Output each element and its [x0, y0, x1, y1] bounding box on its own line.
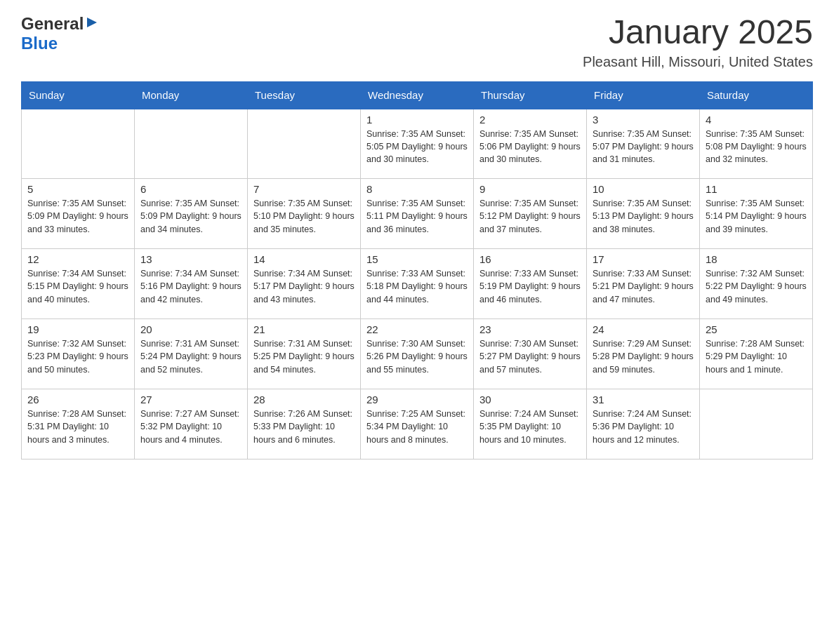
- day-number: 14: [253, 253, 355, 265]
- calendar-cell: 3Sunrise: 7:35 AM Sunset: 5:07 PM Daylig…: [587, 109, 700, 179]
- calendar-cell: 12Sunrise: 7:34 AM Sunset: 5:15 PM Dayli…: [22, 249, 135, 319]
- calendar-cell: 18Sunrise: 7:32 AM Sunset: 5:22 PM Dayli…: [700, 249, 813, 319]
- day-info: Sunrise: 7:26 AM Sunset: 5:33 PM Dayligh…: [253, 408, 355, 445]
- logo-general-text: General: [21, 14, 84, 34]
- calendar-cell: 20Sunrise: 7:31 AM Sunset: 5:24 PM Dayli…: [135, 319, 248, 389]
- day-info: Sunrise: 7:33 AM Sunset: 5:19 PM Dayligh…: [479, 267, 581, 305]
- calendar-cell: 21Sunrise: 7:31 AM Sunset: 5:25 PM Dayli…: [248, 319, 361, 389]
- calendar-cell: 1Sunrise: 7:35 AM Sunset: 5:05 PM Daylig…: [361, 109, 474, 179]
- day-info: Sunrise: 7:32 AM Sunset: 5:23 PM Dayligh…: [27, 337, 128, 375]
- calendar-cell: 15Sunrise: 7:33 AM Sunset: 5:18 PM Dayli…: [361, 249, 474, 319]
- calendar-cell: [22, 109, 135, 179]
- calendar-cell: 7Sunrise: 7:35 AM Sunset: 5:10 PM Daylig…: [248, 179, 361, 249]
- day-info: Sunrise: 7:35 AM Sunset: 5:09 PM Dayligh…: [140, 197, 241, 235]
- calendar-cell: 24Sunrise: 7:29 AM Sunset: 5:28 PM Dayli…: [587, 319, 700, 389]
- calendar-week-row: 12Sunrise: 7:34 AM Sunset: 5:15 PM Dayli…: [22, 249, 813, 319]
- day-info: Sunrise: 7:35 AM Sunset: 5:07 PM Dayligh…: [593, 128, 694, 166]
- calendar-cell: 19Sunrise: 7:32 AM Sunset: 5:23 PM Dayli…: [22, 319, 135, 389]
- calendar-cell: 16Sunrise: 7:33 AM Sunset: 5:19 PM Dayli…: [474, 249, 587, 319]
- calendar-week-row: 5Sunrise: 7:35 AM Sunset: 5:09 PM Daylig…: [22, 179, 813, 249]
- day-number: 6: [140, 183, 241, 195]
- day-number: 21: [253, 323, 355, 335]
- calendar-cell: 25Sunrise: 7:28 AM Sunset: 5:29 PM Dayli…: [700, 319, 813, 389]
- calendar-cell: 22Sunrise: 7:30 AM Sunset: 5:26 PM Dayli…: [361, 319, 474, 389]
- day-of-week-header: Monday: [135, 81, 248, 109]
- day-info: Sunrise: 7:33 AM Sunset: 5:18 PM Dayligh…: [366, 267, 468, 305]
- day-info: Sunrise: 7:31 AM Sunset: 5:25 PM Dayligh…: [253, 337, 355, 375]
- day-of-week-header: Saturday: [700, 81, 813, 109]
- svg-marker-0: [87, 18, 97, 27]
- calendar-cell: 4Sunrise: 7:35 AM Sunset: 5:08 PM Daylig…: [700, 109, 813, 179]
- month-title: January 2025: [583, 14, 813, 51]
- day-number: 1: [366, 114, 468, 126]
- calendar-cell: [700, 389, 813, 459]
- calendar-cell: [135, 109, 248, 179]
- calendar-cell: 9Sunrise: 7:35 AM Sunset: 5:12 PM Daylig…: [474, 179, 587, 249]
- day-info: Sunrise: 7:29 AM Sunset: 5:28 PM Dayligh…: [593, 337, 694, 375]
- day-number: 29: [366, 394, 468, 405]
- calendar-week-row: 1Sunrise: 7:35 AM Sunset: 5:05 PM Daylig…: [22, 109, 813, 179]
- calendar-week-row: 26Sunrise: 7:28 AM Sunset: 5:31 PM Dayli…: [22, 389, 813, 459]
- calendar-cell: 23Sunrise: 7:30 AM Sunset: 5:27 PM Dayli…: [474, 319, 587, 389]
- calendar-cell: [248, 109, 361, 179]
- day-number: 12: [27, 253, 128, 265]
- day-of-week-header: Friday: [587, 81, 700, 109]
- location-title: Pleasant Hill, Missouri, United States: [583, 54, 813, 70]
- calendar-cell: 30Sunrise: 7:24 AM Sunset: 5:35 PM Dayli…: [474, 389, 587, 459]
- day-number: 30: [479, 394, 581, 405]
- calendar-cell: 10Sunrise: 7:35 AM Sunset: 5:13 PM Dayli…: [587, 179, 700, 249]
- day-number: 15: [366, 253, 468, 265]
- day-info: Sunrise: 7:27 AM Sunset: 5:32 PM Dayligh…: [140, 408, 241, 445]
- day-number: 5: [27, 183, 128, 195]
- day-info: Sunrise: 7:30 AM Sunset: 5:26 PM Dayligh…: [366, 337, 468, 375]
- calendar-cell: 2Sunrise: 7:35 AM Sunset: 5:06 PM Daylig…: [474, 109, 587, 179]
- calendar-cell: 17Sunrise: 7:33 AM Sunset: 5:21 PM Dayli…: [587, 249, 700, 319]
- day-number: 18: [706, 253, 807, 265]
- day-info: Sunrise: 7:35 AM Sunset: 5:14 PM Dayligh…: [706, 197, 807, 235]
- day-number: 16: [479, 253, 581, 265]
- day-info: Sunrise: 7:28 AM Sunset: 5:29 PM Dayligh…: [706, 337, 807, 375]
- day-number: 10: [593, 183, 694, 195]
- day-of-week-header: Thursday: [474, 81, 587, 109]
- day-number: 8: [366, 183, 468, 195]
- calendar-table: SundayMondayTuesdayWednesdayThursdayFrid…: [21, 81, 813, 460]
- day-number: 27: [140, 394, 241, 405]
- day-info: Sunrise: 7:35 AM Sunset: 5:09 PM Dayligh…: [27, 197, 128, 235]
- calendar-cell: 31Sunrise: 7:24 AM Sunset: 5:36 PM Dayli…: [587, 389, 700, 459]
- logo-blue-text: Blue: [21, 34, 58, 53]
- calendar-cell: 26Sunrise: 7:28 AM Sunset: 5:31 PM Dayli…: [22, 389, 135, 459]
- day-info: Sunrise: 7:35 AM Sunset: 5:08 PM Dayligh…: [706, 128, 807, 166]
- calendar-header-row: SundayMondayTuesdayWednesdayThursdayFrid…: [22, 81, 813, 109]
- calendar-cell: 28Sunrise: 7:26 AM Sunset: 5:33 PM Dayli…: [248, 389, 361, 459]
- logo: General Blue: [21, 14, 98, 53]
- day-number: 17: [593, 253, 694, 265]
- day-info: Sunrise: 7:28 AM Sunset: 5:31 PM Dayligh…: [27, 408, 128, 445]
- day-info: Sunrise: 7:35 AM Sunset: 5:05 PM Dayligh…: [366, 128, 468, 166]
- logo-arrow-icon: [86, 16, 98, 32]
- calendar-cell: 8Sunrise: 7:35 AM Sunset: 5:11 PM Daylig…: [361, 179, 474, 249]
- day-number: 7: [253, 183, 355, 195]
- day-info: Sunrise: 7:35 AM Sunset: 5:13 PM Dayligh…: [593, 197, 694, 235]
- day-number: 23: [479, 323, 581, 335]
- day-info: Sunrise: 7:24 AM Sunset: 5:36 PM Dayligh…: [593, 408, 694, 445]
- day-of-week-header: Sunday: [22, 81, 135, 109]
- day-info: Sunrise: 7:32 AM Sunset: 5:22 PM Dayligh…: [706, 267, 807, 305]
- calendar-cell: 11Sunrise: 7:35 AM Sunset: 5:14 PM Dayli…: [700, 179, 813, 249]
- day-number: 31: [593, 394, 694, 405]
- day-info: Sunrise: 7:35 AM Sunset: 5:10 PM Dayligh…: [253, 197, 355, 235]
- day-info: Sunrise: 7:33 AM Sunset: 5:21 PM Dayligh…: [593, 267, 694, 305]
- calendar-cell: 27Sunrise: 7:27 AM Sunset: 5:32 PM Dayli…: [135, 389, 248, 459]
- day-info: Sunrise: 7:34 AM Sunset: 5:15 PM Dayligh…: [27, 267, 128, 305]
- day-number: 24: [593, 323, 694, 335]
- calendar-week-row: 19Sunrise: 7:32 AM Sunset: 5:23 PM Dayli…: [22, 319, 813, 389]
- day-of-week-header: Tuesday: [248, 81, 361, 109]
- day-number: 20: [140, 323, 241, 335]
- day-info: Sunrise: 7:25 AM Sunset: 5:34 PM Dayligh…: [366, 408, 468, 445]
- day-number: 4: [706, 114, 807, 126]
- day-info: Sunrise: 7:24 AM Sunset: 5:35 PM Dayligh…: [479, 408, 581, 445]
- day-number: 9: [479, 183, 581, 195]
- calendar-cell: 6Sunrise: 7:35 AM Sunset: 5:09 PM Daylig…: [135, 179, 248, 249]
- day-number: 26: [27, 394, 128, 405]
- title-block: January 2025 Pleasant Hill, Missouri, Un…: [583, 14, 813, 70]
- day-number: 28: [253, 394, 355, 405]
